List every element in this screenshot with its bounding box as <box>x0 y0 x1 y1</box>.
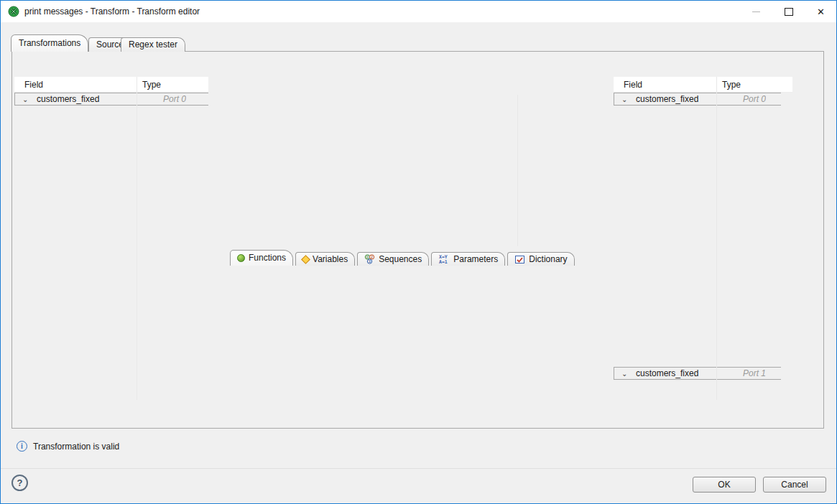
footer-divider <box>1 468 837 469</box>
minimize-button[interactable] <box>740 1 772 22</box>
tab-label: Parameters <box>453 253 498 266</box>
tab-label: Sequences <box>379 253 422 266</box>
tab-transformations[interactable]: Transformations <box>11 34 88 52</box>
window-title: print messages - Transform - Transform e… <box>24 1 200 22</box>
cancel-button[interactable]: Cancel <box>763 477 826 493</box>
field-type: Port 0 <box>737 94 766 104</box>
sequences-icon: 023 <box>364 254 375 264</box>
tab-label: Variables <box>313 253 348 266</box>
maximize-button[interactable] <box>772 1 805 22</box>
column-type[interactable]: Type <box>142 77 161 93</box>
column-field[interactable]: Field <box>24 77 43 93</box>
transform-editor-window: print messages - Transform - Transform e… <box>0 0 837 504</box>
field-type: Port 1 <box>737 368 766 378</box>
maximize-icon <box>785 8 793 16</box>
chevron-down-icon[interactable]: ⌄ <box>614 370 634 378</box>
tab-regex-tester[interactable]: Regex tester <box>121 37 185 52</box>
tab-dictionary[interactable]: Dictionary <box>507 252 574 266</box>
field-type: Port 0 <box>157 94 186 104</box>
column-type[interactable]: Type <box>722 77 741 93</box>
ok-button[interactable]: OK <box>693 477 756 493</box>
functions-icon <box>237 254 245 262</box>
help-button[interactable]: ? <box>11 475 28 491</box>
dictionary-icon <box>514 254 525 264</box>
parameters-icon: X=YA=1 <box>438 254 450 264</box>
tab-parameters[interactable]: X=YA=1 Parameters <box>431 252 505 266</box>
column-field[interactable]: Field <box>624 77 642 93</box>
tab-label: Functions <box>249 251 286 266</box>
variables-icon <box>301 255 310 264</box>
table-header: Field Type <box>614 77 792 93</box>
field-name: customers_fixed <box>634 94 737 104</box>
field-name: customers_fixed <box>634 368 737 378</box>
close-button[interactable]: ✕ <box>805 1 837 22</box>
field-name: customers_fixed <box>35 94 157 104</box>
titlebar[interactable]: print messages - Transform - Transform e… <box>1 1 836 22</box>
svg-text:A=1: A=1 <box>439 259 448 264</box>
close-icon: ✕ <box>817 6 825 17</box>
tab-label: Dictionary <box>529 253 567 266</box>
validation-status: Transformation is valid <box>33 441 119 452</box>
tab-functions[interactable]: Functions <box>230 250 293 266</box>
functions-tab-bar: Functions Variables 023 Sequences X=YA=1… <box>230 250 575 266</box>
table-header: Field Type <box>14 77 208 93</box>
minimize-icon <box>752 11 760 12</box>
chevron-down-icon[interactable]: ⌄ <box>614 95 634 103</box>
tab-sequences[interactable]: 023 Sequences <box>357 252 429 266</box>
app-icon <box>8 6 19 17</box>
field-row[interactable]: ⌄ customers_fixed Port 0 <box>14 93 208 106</box>
field-row[interactable]: ⌄ customers_fixed Port 0 <box>614 93 781 106</box>
chevron-down-icon[interactable]: ⌄ <box>15 95 35 103</box>
tab-variables[interactable]: Variables <box>295 252 355 266</box>
info-icon: i <box>17 441 27 452</box>
field-row[interactable]: ⌄ customers_fixed Port 1 <box>614 367 781 380</box>
